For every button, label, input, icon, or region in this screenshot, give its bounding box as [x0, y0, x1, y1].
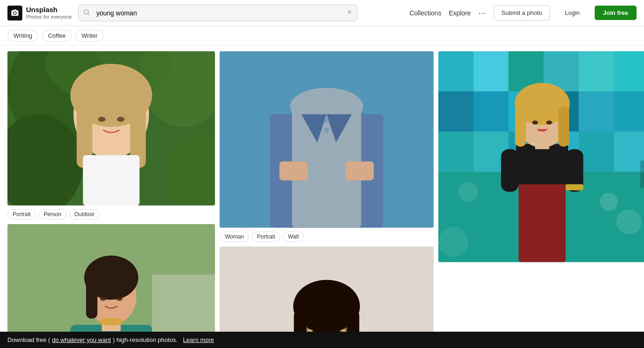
- photographer-info-2: Toa Heftiba: [225, 211, 428, 223]
- svg-point-25: [99, 318, 124, 326]
- photo-col-2: Toa Heftiba Woman: [220, 51, 434, 348]
- photo-card-2[interactable]: Toa Heftiba: [220, 51, 434, 228]
- svg-rect-67: [614, 51, 644, 91]
- svg-point-15: [98, 117, 106, 122]
- svg-rect-72: [579, 91, 614, 131]
- photo-image-3: [438, 51, 644, 262]
- svg-rect-91: [566, 184, 584, 191]
- photo-tags-1: Portrait Person Outdoor: [7, 209, 215, 219]
- svg-point-88: [546, 121, 552, 125]
- nav-more-button[interactable]: ···: [478, 7, 486, 18]
- tag-wall[interactable]: Wall: [283, 232, 304, 242]
- photo-card-3[interactable]: [438, 51, 644, 262]
- photo-image-1: [7, 51, 215, 205]
- join-free-button[interactable]: Join free: [595, 6, 637, 20]
- svg-point-94: [458, 182, 478, 202]
- do-whatever-link[interactable]: do whatever you want: [52, 336, 111, 343]
- tag-portrait[interactable]: Portrait: [7, 209, 36, 219]
- clear-search-icon[interactable]: [346, 9, 353, 17]
- photo-card-1[interactable]: [7, 51, 215, 205]
- svg-rect-78: [579, 131, 614, 171]
- photo-col-3: [438, 51, 644, 262]
- svg-point-27: [116, 296, 123, 301]
- tag-woman[interactable]: Woman: [220, 232, 249, 242]
- svg-rect-63: [473, 51, 508, 91]
- logo[interactable]: Unsplash Photos for everyone: [7, 6, 73, 20]
- bottom-bar-text-after: ) high-resolution photos.: [113, 336, 177, 343]
- logo-icon: [7, 6, 22, 20]
- svg-point-39: [324, 128, 329, 133]
- photographer-name-2: Toa Heftiba: [241, 213, 272, 220]
- brand-tagline: Photos for everyone: [26, 14, 72, 20]
- svg-point-93: [616, 209, 641, 234]
- download-icon: [419, 59, 426, 66]
- svg-rect-68: [438, 91, 473, 131]
- svg-point-95: [438, 227, 469, 257]
- photo-wrapper-2: Toa Heftiba Woman: [220, 51, 434, 242]
- tag-portrait-2[interactable]: Portrait: [252, 232, 280, 242]
- svg-rect-34: [280, 162, 308, 181]
- svg-rect-66: [579, 51, 614, 91]
- svg-rect-89: [501, 149, 519, 192]
- svg-point-38: [324, 118, 329, 123]
- main-content: Portrait Person Outdoor: [0, 46, 644, 348]
- photo-card-4[interactable]: [7, 224, 215, 348]
- nav: Collections Explore ··· Submit a photo L…: [409, 5, 637, 20]
- photo-image-2: [220, 51, 434, 228]
- svg-rect-69: [473, 91, 508, 131]
- search-input[interactable]: [78, 5, 357, 21]
- nav-collections[interactable]: Collections: [409, 9, 441, 17]
- svg-rect-35: [346, 162, 374, 181]
- download-button-2[interactable]: [415, 55, 430, 70]
- photo-tags-2: Woman Portrait Wall: [220, 232, 434, 242]
- brand-name: Unsplash: [26, 6, 72, 14]
- tag-writing[interactable]: Writing: [7, 30, 38, 41]
- login-button[interactable]: Login: [557, 6, 587, 20]
- search-bar: [78, 5, 357, 21]
- submit-photo-button[interactable]: Submit a photo: [494, 5, 550, 20]
- svg-rect-85: [515, 107, 526, 147]
- bottom-bar-spacer: [180, 336, 181, 343]
- tag-coffee[interactable]: Coffee: [42, 30, 72, 41]
- bottom-bar: Download free ( do whatever you want ) h…: [0, 332, 644, 348]
- svg-rect-80: [518, 172, 565, 262]
- top-tags-bar: Writing Coffee Writer: [0, 26, 644, 46]
- svg-rect-14: [83, 155, 140, 205]
- svg-point-26: [100, 296, 107, 301]
- scrollbar-hint: [640, 160, 644, 188]
- photo-wrapper-4: [7, 224, 215, 348]
- logo-text: Unsplash Photos for everyone: [26, 6, 72, 20]
- svg-rect-79: [614, 131, 644, 171]
- svg-rect-24: [86, 281, 97, 319]
- tag-person[interactable]: Person: [39, 209, 67, 219]
- photo-col-1: Portrait Person Outdoor: [7, 51, 215, 348]
- svg-point-41: [229, 214, 234, 218]
- svg-rect-86: [558, 107, 569, 147]
- svg-point-87: [532, 121, 538, 125]
- tag-outdoor[interactable]: Outdoor: [69, 209, 100, 219]
- photo-image-4: [7, 224, 215, 348]
- header: Unsplash Photos for everyone Collections…: [0, 0, 644, 26]
- svg-rect-73: [614, 91, 644, 131]
- svg-rect-62: [438, 51, 473, 91]
- photographer-avatar-2: [225, 211, 237, 223]
- tag-writer[interactable]: Writer: [75, 30, 103, 41]
- photo-grid: Portrait Person Outdoor: [7, 51, 637, 348]
- bottom-bar-text-before: Download free (: [7, 336, 50, 343]
- photo-wrapper-1: Portrait Person Outdoor: [7, 51, 215, 219]
- svg-point-92: [600, 193, 618, 211]
- photo-wrapper-3: [438, 51, 644, 262]
- camera-icon: [11, 9, 19, 17]
- svg-rect-81: [516, 144, 568, 184]
- svg-point-16: [117, 117, 124, 122]
- more-icon: ···: [478, 7, 486, 18]
- nav-explore[interactable]: Explore: [449, 9, 470, 17]
- learn-more-link[interactable]: Learn more: [183, 336, 214, 343]
- svg-rect-74: [438, 131, 473, 171]
